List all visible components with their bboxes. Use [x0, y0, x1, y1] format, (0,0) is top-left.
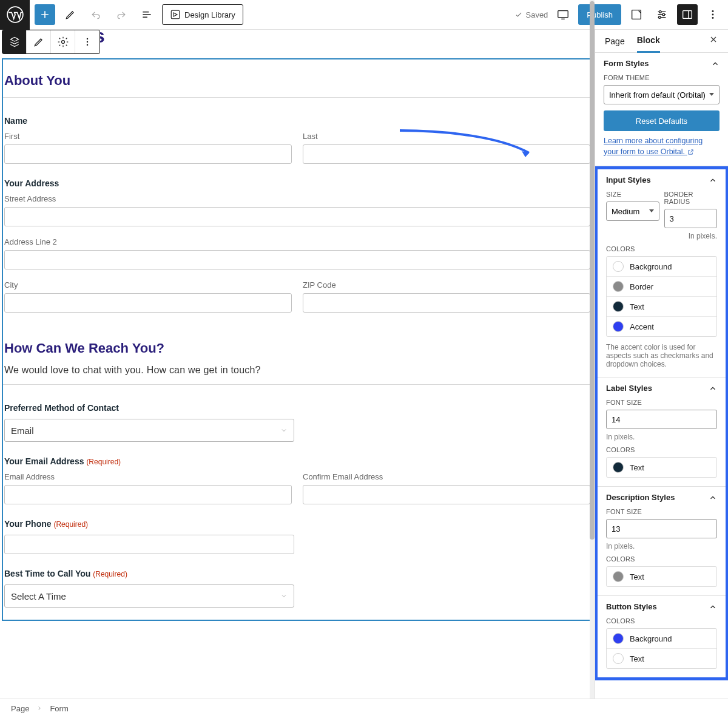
color-accent[interactable]: Accent	[607, 317, 716, 336]
fontsize-label: FONT SIZE	[606, 399, 717, 406]
redo-button[interactable]	[111, 4, 132, 25]
phone-input[interactable]	[4, 535, 294, 554]
label-colors-list: Text	[606, 457, 717, 478]
edit-tool-button[interactable]	[60, 4, 81, 25]
color-text[interactable]: Text	[607, 649, 716, 668]
publish-button[interactable]: Publish	[578, 4, 621, 25]
form-block[interactable]: About You Name First Last Your Address	[2, 58, 593, 621]
first-name-input[interactable]	[4, 144, 292, 164]
colors-label: COLORS	[606, 245, 717, 252]
colors-label: COLORS	[606, 617, 717, 625]
contact-method-select[interactable]: Email	[4, 419, 294, 442]
field-label: Preferred Method of Contact	[3, 403, 592, 413]
address2-input[interactable]	[4, 250, 590, 269]
top-toolbar: Design Library Saved Publish	[0, 0, 728, 30]
sub-label: Confirm Email Address	[303, 472, 590, 481]
svg-point-13	[87, 41, 89, 43]
border-radius-input[interactable]	[664, 209, 718, 228]
panel-header[interactable]: Input Styles	[598, 169, 726, 191]
section-heading: How Can We Reach You?	[3, 340, 592, 356]
color-text[interactable]: Text	[607, 297, 716, 317]
chevron-up-icon	[709, 603, 717, 611]
fontsize-label: FONT SIZE	[606, 508, 717, 515]
settings-sidebar: Page Block Form Styles FORM THEME Inheri…	[595, 30, 728, 699]
block-more-button[interactable]	[75, 30, 99, 53]
chevron-down-icon	[280, 592, 288, 600]
form-preview-button[interactable]	[626, 4, 647, 25]
svg-point-8	[712, 10, 714, 12]
color-text[interactable]: Text	[607, 458, 716, 477]
button-colors-list: Background Text	[606, 628, 717, 669]
sub-label: Last	[303, 132, 590, 141]
panel-button-styles: Button Styles COLORS Background Text	[598, 596, 726, 677]
chevron-up-icon	[709, 384, 717, 393]
city-input[interactable]	[4, 293, 292, 313]
svg-point-10	[712, 17, 714, 19]
block-type-button[interactable]	[2, 30, 27, 53]
svg-point-14	[87, 44, 89, 46]
breadcrumb-page[interactable]: Page	[11, 704, 29, 713]
confirm-email-input[interactable]	[303, 485, 590, 504]
panel-input-styles: Input Styles SIZE Medium	[598, 169, 726, 378]
sidebar-tabs: Page Block	[595, 30, 728, 53]
color-background[interactable]: Background	[607, 629, 716, 649]
color-swatch	[613, 462, 624, 473]
scrollbar-thumb[interactable]	[590, 1, 595, 540]
panel-header[interactable]: Form Styles	[595, 53, 728, 74]
chevron-down-icon	[280, 427, 288, 434]
radius-help: In pixels.	[606, 232, 717, 240]
add-block-button[interactable]	[35, 4, 55, 25]
svg-point-11	[61, 41, 64, 44]
svg-rect-2	[558, 11, 568, 18]
color-text[interactable]: Text	[607, 567, 716, 586]
breadcrumb-form[interactable]: Form	[50, 704, 68, 713]
panel-header[interactable]: Label Styles	[598, 378, 726, 399]
sub-label: City	[4, 280, 292, 290]
label-fontsize-input[interactable]	[606, 410, 717, 429]
form-settings-shortcut[interactable]	[652, 4, 672, 25]
tab-page[interactable]: Page	[605, 30, 625, 53]
last-name-input[interactable]	[303, 144, 590, 164]
sub-label: Email Address	[4, 472, 292, 481]
color-swatch	[613, 281, 624, 292]
sliders-icon	[655, 8, 669, 21]
best-time-select[interactable]: Select A Time	[4, 584, 294, 608]
edit-form-button[interactable]	[27, 30, 51, 53]
input-size-select[interactable]: Medium	[606, 202, 659, 221]
design-library-button[interactable]: Design Library	[162, 4, 243, 25]
editor-canvas: Contact Us About You Name	[0, 30, 595, 699]
description-fontsize-input[interactable]	[606, 519, 717, 538]
color-background[interactable]: Background	[607, 257, 716, 277]
options-button[interactable]	[703, 4, 723, 25]
reset-defaults-button[interactable]: Reset Defaults	[604, 110, 720, 131]
canvas-scrollbar[interactable]	[590, 0, 595, 718]
sub-label: Address Line 2	[4, 237, 590, 246]
fontsize-help: In pixels.	[606, 433, 717, 441]
svg-point-6	[659, 16, 661, 19]
close-sidebar-button[interactable]	[709, 35, 718, 47]
panel-header[interactable]: Description Styles	[598, 487, 726, 508]
panel-header[interactable]: Button Styles	[598, 596, 726, 617]
tab-block[interactable]: Block	[637, 30, 660, 53]
sidebar-icon	[681, 8, 694, 21]
outline-button[interactable]	[136, 4, 157, 25]
section-subtext: We would love to chat with you. How can …	[3, 365, 592, 376]
wordpress-logo[interactable]	[0, 0, 30, 30]
email-input[interactable]	[4, 485, 292, 504]
street-input[interactable]	[4, 207, 590, 226]
form-settings-button[interactable]	[51, 30, 75, 53]
required-indicator: (Required)	[86, 458, 121, 466]
accent-help: The accent color is used for aspects suc…	[606, 343, 717, 368]
desktop-icon	[556, 8, 570, 21]
color-border[interactable]: Border	[607, 277, 716, 297]
form-theme-select[interactable]: Inherit from default (Orbital)	[604, 85, 720, 104]
zip-input[interactable]	[303, 293, 590, 313]
color-swatch	[613, 653, 624, 664]
view-desktop-button[interactable]	[553, 4, 573, 25]
sidebar-toggle-button[interactable]	[677, 4, 698, 25]
learn-more-link[interactable]: Learn more about configuring your form t…	[604, 136, 720, 157]
color-swatch	[613, 633, 624, 644]
sub-label: First	[4, 132, 292, 141]
select-value: Email	[11, 425, 34, 436]
undo-button[interactable]	[86, 4, 106, 25]
